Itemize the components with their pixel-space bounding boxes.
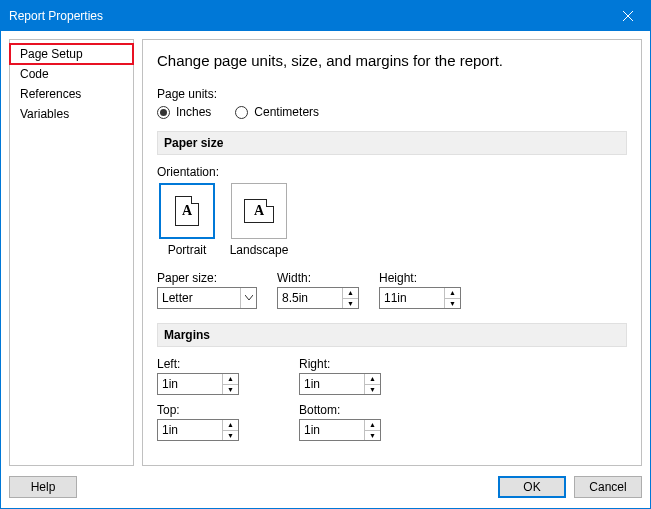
paper-size-header: Paper size [157,131,627,155]
radio-icon [235,106,248,119]
page-portrait-icon: A [175,196,199,226]
arrow-down-icon[interactable]: ▼ [365,431,380,441]
width-value: 8.5in [278,291,342,305]
sidebar-item-references[interactable]: References [10,84,133,104]
sidebar-item-code[interactable]: Code [10,64,133,84]
arrow-up-icon[interactable]: ▲ [223,374,238,385]
margins-header: Margins [157,323,627,347]
margin-left-spinner[interactable]: 1in ▲▼ [157,373,239,395]
margin-top-spinner[interactable]: 1in ▲▼ [157,419,239,441]
arrow-up-icon[interactable]: ▲ [445,288,460,299]
page-heading: Change page units, size, and margins for… [157,52,627,69]
width-label: Width: [277,271,359,285]
footer-right: OK Cancel [498,476,642,498]
margin-bottom-label: Bottom: [299,403,429,417]
spinner-arrows: ▲▼ [364,374,380,394]
landscape-box: A [231,183,287,239]
arrow-up-icon[interactable]: ▲ [365,374,380,385]
spinner-arrows: ▲▼ [342,288,358,308]
radio-inches[interactable]: Inches [157,105,211,119]
report-properties-dialog: Report Properties Page Setup Code Refere… [0,0,651,509]
margin-left-label: Left: [157,357,287,371]
arrow-down-icon[interactable]: ▼ [223,385,238,395]
portrait-box: A [159,183,215,239]
margin-top-value: 1in [158,423,222,437]
help-button[interactable]: Help [9,476,77,498]
orientation-portrait[interactable]: A Portrait [157,183,217,257]
titlebar: Report Properties [1,1,650,31]
paper-size-label: Paper size: [157,271,257,285]
page-units-group: Inches Centimeters [157,105,627,119]
paper-size-field: Paper size: Letter [157,271,257,309]
arrow-down-icon[interactable]: ▼ [445,299,460,309]
paper-size-combo[interactable]: Letter [157,287,257,309]
radio-centimeters[interactable]: Centimeters [235,105,319,119]
margin-right-spinner[interactable]: 1in ▲▼ [299,373,381,395]
width-spinner[interactable]: 8.5in ▲▼ [277,287,359,309]
spinner-arrows: ▲▼ [222,420,238,440]
margin-right-field: Right: 1in ▲▼ [299,357,429,395]
margin-left-field: Left: 1in ▲▼ [157,357,287,395]
arrow-down-icon[interactable]: ▼ [223,431,238,441]
paper-size-value: Letter [158,291,240,305]
sidebar-item-page-setup[interactable]: Page Setup [10,44,133,64]
window-title: Report Properties [9,9,103,23]
arrow-up-icon[interactable]: ▲ [343,288,358,299]
orientation-group: A Portrait A Landscape [157,183,627,257]
orientation-landscape[interactable]: A Landscape [229,183,289,257]
page-units-label: Page units: [157,87,627,101]
arrow-down-icon[interactable]: ▼ [343,299,358,309]
margin-bottom-value: 1in [300,423,364,437]
content-panel: Change page units, size, and margins for… [142,39,642,466]
arrow-up-icon[interactable]: ▲ [365,420,380,431]
spinner-arrows: ▲▼ [364,420,380,440]
margin-right-label: Right: [299,357,429,371]
height-spinner[interactable]: 11in ▲▼ [379,287,461,309]
height-value: 11in [380,291,444,305]
arrow-down-icon[interactable]: ▼ [365,385,380,395]
margins-grid: Left: 1in ▲▼ Right: 1in ▲▼ Top: [157,357,627,441]
cancel-button[interactable]: Cancel [574,476,642,498]
radio-centimeters-label: Centimeters [254,105,319,119]
height-field: Height: 11in ▲▼ [379,271,461,309]
sidebar-item-variables[interactable]: Variables [10,104,133,124]
radio-inches-label: Inches [176,105,211,119]
margin-top-field: Top: 1in ▲▼ [157,403,287,441]
dialog-footer: Help OK Cancel [1,466,650,508]
margin-right-value: 1in [300,377,364,391]
ok-button[interactable]: OK [498,476,566,498]
margin-top-label: Top: [157,403,287,417]
close-button[interactable] [605,1,650,31]
spinner-arrows: ▲▼ [222,374,238,394]
orientation-label: Orientation: [157,165,627,179]
dialog-body: Page Setup Code References Variables Cha… [1,31,650,466]
landscape-label: Landscape [230,243,289,257]
margin-left-value: 1in [158,377,222,391]
portrait-label: Portrait [168,243,207,257]
chevron-down-icon [240,288,256,308]
margin-bottom-spinner[interactable]: 1in ▲▼ [299,419,381,441]
paper-size-row: Paper size: Letter Width: 8.5in ▲▼ Heigh… [157,271,627,309]
radio-icon [157,106,170,119]
spinner-arrows: ▲▼ [444,288,460,308]
margin-bottom-field: Bottom: 1in ▲▼ [299,403,429,441]
page-landscape-icon: A [244,199,274,223]
sidebar: Page Setup Code References Variables [9,39,134,466]
arrow-up-icon[interactable]: ▲ [223,420,238,431]
close-icon [623,11,633,21]
height-label: Height: [379,271,461,285]
width-field: Width: 8.5in ▲▼ [277,271,359,309]
